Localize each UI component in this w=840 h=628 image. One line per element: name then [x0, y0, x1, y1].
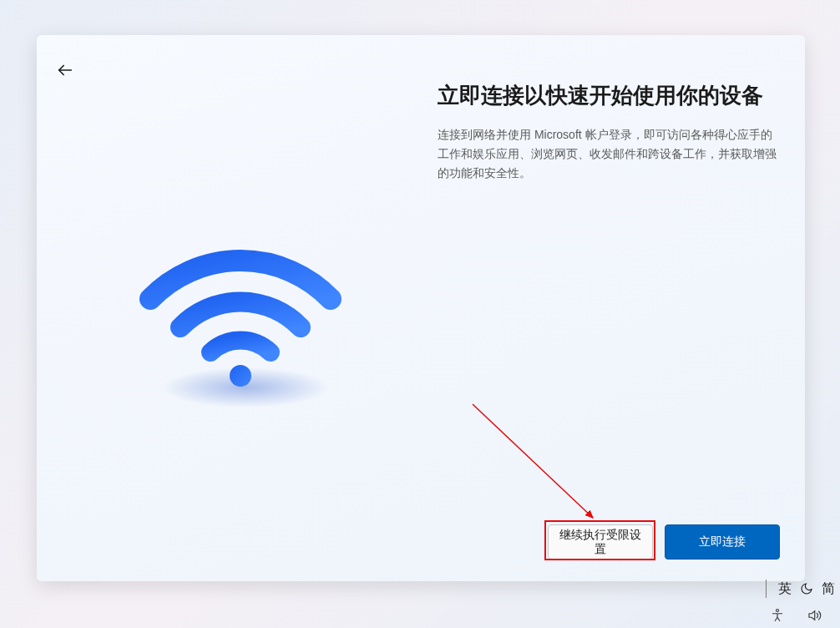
connect-now-button[interactable]: 立即连接	[665, 524, 780, 560]
text-column: 立即连接以快速开始使用你的设备 连接到网络并使用 Microsoft 帐户登录，…	[438, 82, 777, 183]
ime-separator	[766, 580, 767, 598]
wifi-illustration	[139, 251, 342, 401]
continue-limited-button[interactable]: 继续执行受限设置	[548, 524, 653, 560]
moon-icon[interactable]	[800, 582, 813, 595]
svg-point-2	[230, 365, 251, 387]
continue-limited-label: 继续执行受限设置	[555, 528, 645, 557]
ime-strip: 英 简	[757, 576, 840, 601]
back-button[interactable]	[48, 53, 82, 87]
ime-language[interactable]: 英	[778, 580, 792, 598]
ime-mode[interactable]: 简	[822, 580, 835, 598]
arrow-left-icon	[56, 61, 74, 79]
accessibility-icon[interactable]	[770, 608, 785, 623]
svg-point-4	[777, 610, 779, 612]
volume-icon[interactable]	[807, 608, 822, 623]
page-title: 立即连接以快速开始使用你的设备	[438, 82, 777, 110]
connect-now-label: 立即连接	[699, 534, 746, 550]
page-description: 连接到网络并使用 Microsoft 帐户登录，即可访问各种得心应手的工作和娱乐…	[438, 125, 777, 183]
tray-row	[751, 603, 840, 628]
